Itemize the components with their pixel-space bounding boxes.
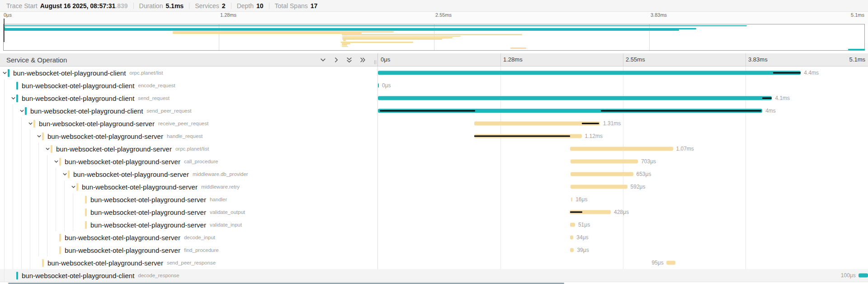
span-row[interactable]: bun-websocket-otel-playground-client sen… — [0, 104, 868, 117]
indent-guide — [13, 104, 13, 117]
span-duration-bar[interactable] — [571, 160, 638, 164]
services-label: Services — [195, 2, 219, 9]
span-toggle chevron-down-icon[interactable] — [1, 70, 8, 76]
minimap-tick-label: 1.28ms — [220, 12, 236, 18]
divider — [189, 3, 189, 9]
indent-guide — [13, 256, 13, 269]
span-name-cell: bun-websocket-otel-playground-client orp… — [0, 66, 378, 79]
span-bar-cell: 428μs — [378, 206, 868, 218]
span-color-chip — [85, 221, 87, 229]
span-operation-name: middleware.retry — [201, 184, 240, 189]
span-toggle chevron-down-icon[interactable] — [53, 158, 59, 165]
minimap-span-bar — [342, 38, 442, 40]
span-row[interactable]: bun-websocket-otel-playground-server han… — [0, 193, 868, 206]
span-name-cell: bun-websocket-otel-playground-server orp… — [0, 142, 378, 155]
indent-guide — [47, 206, 47, 218]
span-row[interactable]: bun-websocket-otel-playground-server rec… — [0, 117, 868, 130]
minimap-spacer — [0, 18, 868, 24]
expand-one-button chevron-right-icon[interactable] — [332, 56, 340, 63]
minimap-tick-label: 5.1ms — [851, 12, 864, 18]
span-duration-label: 51μs — [578, 222, 590, 228]
span-duration-bar[interactable] — [571, 172, 633, 176]
span-duration-bar[interactable] — [378, 96, 772, 100]
indent-guide — [38, 193, 39, 206]
span-row[interactable]: bun-websocket-otel-playground-server orp… — [0, 142, 868, 155]
divider — [231, 3, 231, 9]
span-duration-bar[interactable] — [570, 147, 673, 151]
indent-guide — [64, 206, 65, 218]
span-color-chip — [59, 246, 61, 254]
collapse-all-button double-chevron-down-icon[interactable] — [345, 56, 353, 63]
span-row[interactable]: bun-websocket-otel-playground-server han… — [0, 130, 868, 142]
span-service-name: bun-websocket-otel-playground-server — [73, 170, 189, 178]
span-row[interactable]: bun-websocket-otel-playground-server sen… — [0, 256, 868, 269]
span-name-cell: bun-websocket-otel-playground-client sen… — [0, 92, 378, 104]
column-resize-grip[interactable] — [374, 60, 376, 64]
span-toggle chevron-down-icon[interactable] — [19, 108, 25, 114]
span-name-cell: bun-websocket-otel-playground-server fin… — [0, 244, 378, 256]
span-toggle chevron-down-icon[interactable] — [70, 184, 76, 190]
minimap-left-scrubber[interactable] — [4, 19, 5, 42]
span-duration-bar[interactable] — [666, 261, 675, 265]
span-duration-bar[interactable] — [571, 198, 572, 202]
indent-guide — [30, 155, 30, 168]
span-duration-bar[interactable] — [570, 248, 574, 252]
duration-label: Duration — [139, 2, 163, 9]
span-row[interactable]: bun-websocket-otel-playground-server fin… — [0, 244, 868, 256]
indent-guide — [38, 244, 39, 256]
span-row[interactable]: bun-websocket-otel-playground-client dec… — [0, 269, 868, 282]
span-name-cell: bun-websocket-otel-playground-server rec… — [0, 117, 378, 130]
indent-guide — [30, 206, 30, 218]
span-service-name: bun-websocket-otel-playground-server — [47, 133, 163, 140]
indent-guide — [30, 130, 30, 142]
span-duration-bar[interactable] — [474, 122, 600, 126]
indent-guide — [21, 244, 22, 256]
expand-all-button double-chevron-right-icon[interactable] — [359, 56, 366, 63]
span-color-chip — [33, 120, 35, 128]
span-bar-cell: 95μs — [378, 256, 868, 269]
indent-guide — [73, 206, 73, 218]
span-row[interactable]: bun-websocket-otel-playground-client sen… — [0, 92, 868, 104]
indent-guide — [47, 180, 47, 193]
span-row[interactable]: bun-websocket-otel-playground-server val… — [0, 218, 868, 231]
indent-guide — [38, 206, 39, 218]
span-duration-label: 34μs — [576, 234, 588, 241]
span-bar-cell: 100μs — [378, 269, 868, 282]
indent-guide — [4, 231, 5, 244]
span-operation-name: orpc.planet/list — [129, 70, 163, 76]
indent-guide — [13, 180, 13, 193]
span-toggle chevron-down-icon[interactable] — [10, 95, 16, 101]
span-duration-bar[interactable] — [570, 223, 575, 227]
span-duration-bar[interactable] — [378, 84, 379, 88]
span-toggle chevron-down-icon[interactable] — [44, 146, 51, 152]
span-row[interactable]: bun-websocket-otel-playground-server dec… — [0, 231, 868, 244]
indent-guide — [47, 244, 47, 256]
critical-path-segment — [570, 212, 582, 213]
span-duration-bar[interactable] — [859, 274, 868, 278]
span-toggle chevron-down-icon[interactable] — [36, 133, 42, 139]
span-color-chip — [76, 183, 78, 191]
span-row[interactable]: bun-websocket-otel-playground-server mid… — [0, 180, 868, 193]
indent-guide — [30, 244, 30, 256]
indent-guide — [4, 79, 5, 92]
span-toggle chevron-down-icon[interactable] — [27, 120, 33, 127]
span-toggle chevron-down-icon[interactable] — [61, 171, 68, 177]
total-spans-value: 17 — [311, 2, 318, 9]
span-row[interactable]: bun-websocket-otel-playground-server mid… — [0, 168, 868, 180]
span-duration-bar[interactable] — [378, 71, 801, 75]
indent-guide — [47, 193, 47, 206]
span-row[interactable]: bun-websocket-otel-playground-client enc… — [0, 79, 868, 92]
minimap-canvas[interactable] — [3, 24, 865, 51]
span-color-chip — [51, 145, 52, 153]
timeline-header-gridline — [500, 53, 501, 66]
span-row[interactable]: bun-websocket-otel-playground-server cal… — [0, 155, 868, 168]
span-duration-bar[interactable] — [570, 236, 573, 240]
span-row[interactable]: bun-websocket-otel-playground-server val… — [0, 206, 868, 218]
span-name-cell: bun-websocket-otel-playground-server val… — [0, 218, 378, 231]
span-operation-name: handler — [210, 197, 227, 202]
collapse-one-button chevron-down-icon[interactable] — [319, 56, 326, 63]
minimap-span-bar — [173, 33, 362, 34]
span-bar-cell: 51μs — [378, 218, 868, 231]
span-row[interactable]: bun-websocket-otel-playground-client orp… — [0, 66, 868, 79]
span-duration-bar[interactable] — [571, 185, 627, 189]
